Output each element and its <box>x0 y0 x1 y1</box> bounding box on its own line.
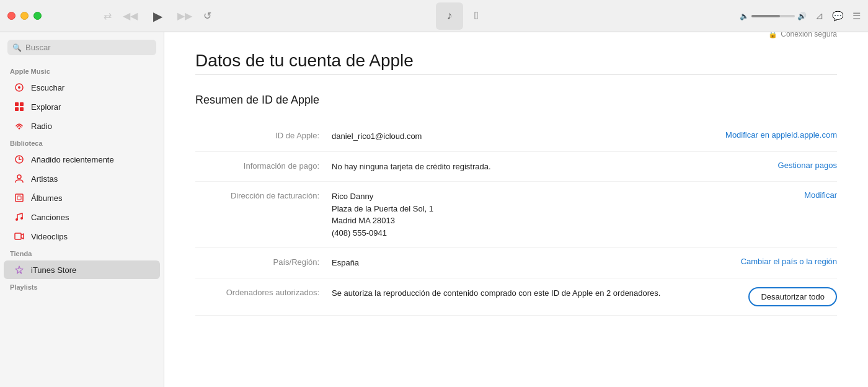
artists-icon <box>14 173 25 184</box>
minimize-button[interactable] <box>20 12 29 20</box>
main-container: 🔍 Apple Music Escuchar Explorar <box>0 32 868 387</box>
sidebar-item-videos-label: Videoclips <box>31 232 68 241</box>
shuffle-icon[interactable]: ⇄ <box>104 10 112 22</box>
toolbar-right-controls: 🔈 🔊 ⊿ 💬 ☰ <box>740 10 861 22</box>
sidebar-item-videos[interactable]: Videoclips <box>4 227 160 246</box>
sidebar-item-albums[interactable]: Álbumes <box>4 189 160 207</box>
info-row-payment: Información de pago: No hay ninguna tarj… <box>195 152 837 182</box>
volume-control[interactable]: 🔈 🔊 <box>740 12 807 20</box>
svg-rect-15 <box>15 233 21 239</box>
play-icon[interactable]: ▶ <box>149 7 166 25</box>
action-address[interactable]: Modificar <box>804 190 837 200</box>
search-input[interactable] <box>25 43 151 52</box>
sidebar-item-recent-label: Añadido recientemente <box>31 155 114 164</box>
previous-icon[interactable]: ◀◀ <box>123 10 138 22</box>
label-computers: Ordenadores autorizados: <box>195 287 332 297</box>
titlebar: ⇄ ◀◀ ▶ ▶▶ ↺ ♪  🔈 🔊 ⊿ 💬 ☰ <box>0 0 868 32</box>
sidebar-item-artists[interactable]: Artistas <box>4 169 160 188</box>
now-playing-button[interactable]: ♪ <box>436 2 463 30</box>
sidebar-section-apple-music: Apple Music <box>0 64 164 78</box>
title-divider <box>195 74 837 75</box>
action-country[interactable]: Cambiar el país o la región <box>741 257 837 266</box>
search-bar[interactable]: 🔍 <box>7 40 156 55</box>
sidebar-item-explore-label: Explorar <box>31 102 61 112</box>
apple-logo:  <box>474 9 479 22</box>
sidebar-section-tienda: Tienda <box>0 246 164 260</box>
svg-point-1 <box>18 86 20 89</box>
airplay-icon[interactable]: ⊿ <box>815 10 823 22</box>
close-button[interactable] <box>7 12 16 20</box>
svg-point-6 <box>19 128 20 130</box>
sidebar-item-songs[interactable]: Canciones <box>4 208 160 226</box>
playback-controls: ⇄ ◀◀ ▶ ▶▶ ↺ <box>104 7 211 25</box>
label-country: País/Región: <box>195 257 332 267</box>
sidebar-item-radio-label: Radio <box>31 122 52 131</box>
sidebar-item-recent[interactable]: Añadido recientemente <box>4 150 160 169</box>
svg-point-10 <box>17 175 21 179</box>
sidebar-section-biblioteca: Biblioteca <box>0 136 164 149</box>
action-apple-id[interactable]: Modificar en appleid.apple.com <box>725 130 837 140</box>
sidebar-item-songs-label: Canciones <box>31 213 69 222</box>
traffic-lights <box>7 12 42 20</box>
content-area: Datos de tu cuenta de Apple 🔒 Conexión s… <box>164 32 868 387</box>
sidebar-item-radio[interactable]: Radio <box>4 117 160 135</box>
lyrics-icon[interactable]: 💬 <box>832 11 844 22</box>
value-payment: No hay ninguna tarjeta de crédito regist… <box>332 161 766 173</box>
volume-high-icon: 🔊 <box>797 12 807 20</box>
sidebar-section-playlists: Playlists <box>0 280 164 293</box>
sidebar-item-listen-label: Escuchar <box>31 83 64 92</box>
svg-rect-5 <box>20 107 24 111</box>
svg-rect-2 <box>15 102 19 106</box>
svg-point-14 <box>20 217 23 220</box>
sidebar-item-explore[interactable]: Explorar <box>4 97 160 116</box>
sidebar-item-itunes-label: iTunes Store <box>31 265 76 275</box>
next-icon[interactable]: ▶▶ <box>177 10 192 22</box>
explore-icon <box>14 101 25 112</box>
value-country: España <box>332 257 728 269</box>
songs-icon <box>14 211 25 223</box>
music-note-icon: ♪ <box>447 9 453 22</box>
sidebar-item-albums-label: Álbumes <box>31 194 63 203</box>
maximize-button[interactable] <box>33 12 42 20</box>
label-payment: Información de pago: <box>195 161 332 171</box>
repeat-icon[interactable]: ↺ <box>203 10 211 22</box>
svg-marker-16 <box>16 266 23 274</box>
recent-icon <box>14 154 25 165</box>
volume-slider[interactable] <box>751 15 795 17</box>
sidebar: 🔍 Apple Music Escuchar Explorar <box>0 32 164 387</box>
toolbar: ⇄ ◀◀ ▶ ▶▶ ↺ ♪  🔈 🔊 ⊿ 💬 ☰ <box>54 2 861 30</box>
sidebar-item-listen[interactable]: Escuchar <box>4 78 160 97</box>
svg-rect-11 <box>16 194 23 202</box>
action-payment[interactable]: Gestionar pagos <box>778 161 837 170</box>
secure-connection: 🔒 Conexión segura <box>768 32 837 38</box>
info-row-apple-id: ID de Apple: daniel_rico1@icloud.com Mod… <box>195 122 837 152</box>
search-icon: 🔍 <box>12 43 22 52</box>
svg-rect-12 <box>17 196 21 200</box>
lock-icon: 🔒 <box>768 32 777 38</box>
svg-point-13 <box>16 218 18 221</box>
volume-low-icon: 🔈 <box>740 12 749 20</box>
sidebar-item-itunes[interactable]: iTunes Store <box>4 260 160 279</box>
deauthorize-button[interactable]: Desautorizar todo <box>748 287 837 306</box>
menu-icon[interactable]: ☰ <box>852 11 861 22</box>
svg-rect-3 <box>20 102 24 106</box>
info-row-country: País/Región: España Cambiar el país o la… <box>195 248 837 278</box>
itunes-icon <box>14 264 25 275</box>
sidebar-item-artists-label: Artistas <box>31 174 58 184</box>
albums-icon <box>14 192 25 203</box>
label-apple-id: ID de Apple: <box>195 130 332 140</box>
label-address: Dirección de facturación: <box>195 190 332 200</box>
value-apple-id: daniel_rico1@icloud.com <box>332 130 713 143</box>
section-title: Resumen de ID de Apple <box>195 94 837 107</box>
info-row-address: Dirección de facturación: Rico Danny Pla… <box>195 182 837 248</box>
radio-icon <box>14 120 25 131</box>
svg-rect-4 <box>15 107 19 111</box>
videos-icon <box>14 231 25 242</box>
listen-icon <box>14 82 25 93</box>
page-title: Datos de tu cuenta de Apple <box>195 51 414 71</box>
secure-label: Conexión segura <box>781 32 837 38</box>
value-computers: Se autoriza la reproducción de contenido… <box>332 287 736 300</box>
value-address: Rico Danny Plaza de la Puerta del Sol, 1… <box>332 190 792 239</box>
info-row-computers: Ordenadores autorizados: Se autoriza la … <box>195 278 837 316</box>
